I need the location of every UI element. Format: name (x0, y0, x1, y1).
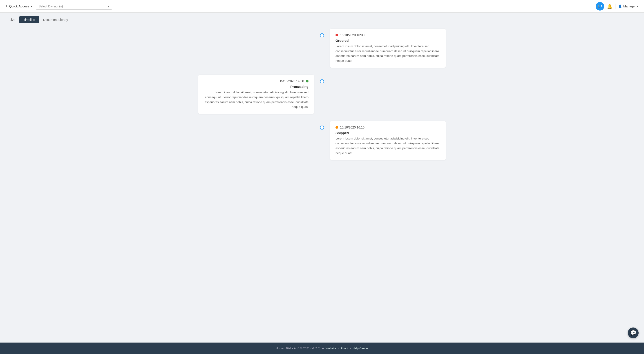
footer-website-link[interactable]: Website (326, 347, 336, 350)
status-dot-shipped (336, 126, 338, 129)
event-status-3: Shipped (336, 131, 440, 135)
event-datetime-3: 15/10/2020 16:15 (340, 126, 364, 129)
accessibility-badge: 🚶A (596, 2, 604, 10)
footer-dot-1: · (338, 347, 339, 350)
timeline-item: 15/10/2020 10:30 Ordered Lorem ipsum dol… (198, 29, 446, 68)
event-text-1: Lorem ipsum dolor sit amet, consectetur … (336, 44, 440, 63)
main-content: 15/10/2020 10:30 Ordered Lorem ipsum dol… (0, 23, 644, 343)
timeline-item: 15/10/2020 16:15 Shipped Lorem ipsum dol… (198, 121, 446, 160)
quick-access-label: Quick Access (9, 4, 30, 8)
timeline-card-3: 15/10/2020 16:15 Shipped Lorem ipsum dol… (330, 121, 446, 160)
footer: Human Risks ApS © 2021 (v2.2.0) – Websit… (0, 343, 644, 354)
event-text-2: Lorem ipsum dolor sit amet, consectetur … (204, 90, 308, 109)
timeline-dot-3 (320, 126, 324, 130)
timeline-item: 15/10/2020 14:00 Processing Lorem ipsum … (198, 75, 446, 114)
timeline-container: 15/10/2020 10:30 Ordered Lorem ipsum dol… (198, 29, 446, 160)
tab-live[interactable]: Live (6, 16, 19, 23)
notification-bell-button[interactable]: 🔔 (607, 3, 612, 9)
footer-dot-2: · (350, 347, 351, 350)
event-datetime-1: 15/10/2020 10:30 (340, 33, 364, 37)
user-icon: 👤 (618, 4, 622, 8)
manager-menu-button[interactable]: 👤 Manager ▾ (618, 4, 638, 8)
quick-access-button[interactable]: + Quick Access ▾ (6, 4, 32, 8)
tab-document-library[interactable]: Document Library (39, 16, 72, 23)
vertical-divider (615, 3, 616, 9)
status-dot-ordered (336, 34, 338, 36)
footer-help-link[interactable]: Help Center (352, 347, 368, 350)
tabs-bar: Live Timeline Document Library (0, 12, 644, 23)
event-status-2: Processing (204, 85, 308, 88)
footer-about-link[interactable]: About (340, 347, 348, 350)
event-text-3: Lorem ipsum dolor sit amet, consectetur … (336, 136, 440, 156)
event-datetime-2: 15/10/2020 14:00 (280, 79, 304, 83)
timeline-card-1: 15/10/2020 10:30 Ordered Lorem ipsum dol… (330, 29, 446, 68)
division-placeholder: Select Division(s) (39, 4, 63, 8)
plus-icon: + (6, 4, 8, 8)
footer-copyright: Human Risks ApS © 2021 (v2.2.0) (276, 347, 320, 350)
chevron-down-icon: ▾ (31, 5, 32, 8)
tab-timeline[interactable]: Timeline (19, 16, 39, 23)
timeline-card-2: 15/10/2020 14:00 Processing Lorem ipsum … (198, 75, 314, 114)
card-header-3: 15/10/2020 16:15 (336, 126, 440, 129)
timeline-dot-2 (320, 79, 324, 83)
status-dot-processing (306, 80, 308, 82)
division-chevron-icon: ▾ (108, 4, 109, 8)
footer-dash: – (322, 347, 324, 350)
card-header-2: 15/10/2020 14:00 (204, 79, 308, 83)
header-left: + Quick Access ▾ Select Division(s) ▾ (6, 3, 112, 10)
chat-button[interactable]: 💬 (628, 328, 638, 338)
event-status-1: Ordered (336, 39, 440, 42)
card-header-1: 15/10/2020 10:30 (336, 33, 440, 37)
division-select[interactable]: Select Division(s) ▾ (36, 3, 112, 10)
header: + Quick Access ▾ Select Division(s) ▾ 🚶A… (0, 0, 644, 12)
timeline-dot-1 (320, 33, 324, 37)
manager-chevron-icon: ▾ (637, 4, 638, 8)
manager-label: Manager (623, 4, 636, 8)
header-right: 🚶A 🔔 👤 Manager ▾ (596, 2, 638, 10)
